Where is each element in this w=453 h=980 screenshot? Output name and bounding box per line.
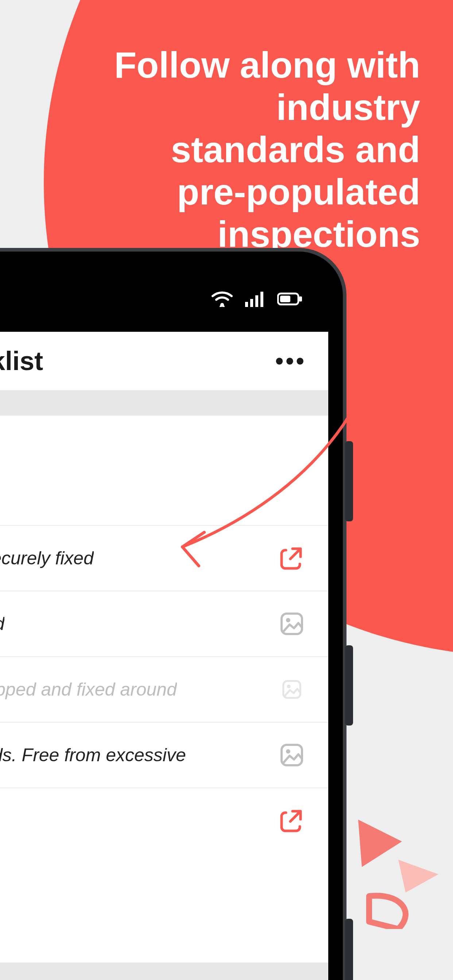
marketing-headline: Follow along with industry standards and… xyxy=(109,44,420,255)
svg-point-13 xyxy=(286,749,290,754)
list-item[interactable]: oth ends. Free from excessive xyxy=(0,722,328,788)
list-item-text: Overlapped and fixed around xyxy=(0,679,177,700)
callout-arrow xyxy=(164,262,420,590)
section-divider xyxy=(0,963,328,980)
image-icon[interactable] xyxy=(277,675,306,704)
external-link-icon[interactable] xyxy=(277,806,306,835)
svg-point-9 xyxy=(286,618,290,622)
phone-side-button xyxy=(345,645,353,725)
svg-point-11 xyxy=(287,685,291,688)
list-item[interactable] xyxy=(0,788,328,853)
list-item[interactable]: Overlapped and fixed around xyxy=(0,656,328,722)
list-item-text: oth ends. Free from excessive xyxy=(0,745,186,765)
image-icon[interactable] xyxy=(277,609,306,638)
decorative-shapes xyxy=(344,819,439,929)
page-title: hecklist xyxy=(0,346,43,376)
list-item-text: ged, securely fixed xyxy=(0,547,94,569)
list-item-text: rly fixed xyxy=(0,613,4,635)
list-item[interactable]: rly fixed xyxy=(0,590,328,656)
image-icon[interactable] xyxy=(277,740,306,770)
